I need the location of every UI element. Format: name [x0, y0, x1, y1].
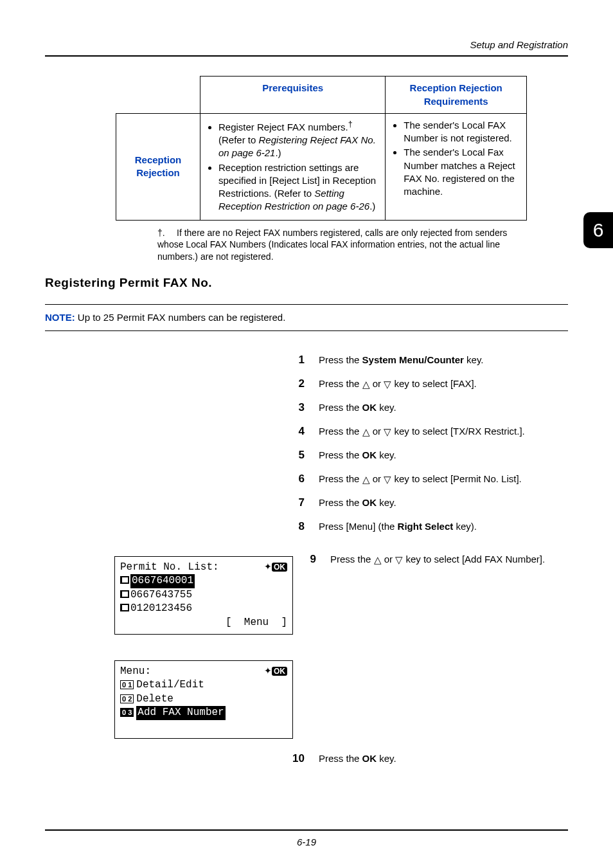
step-1: Press the System Menu/Counter key. [319, 353, 483, 368]
running-header: Setup and Registration [45, 39, 568, 51]
step-9: Press the △ or ▽ key to select [Add FAX … [330, 552, 545, 567]
col-prereq: Prerequisites [200, 77, 386, 114]
down-triangle-icon: ▽ [384, 426, 391, 439]
nav-diamond-icon: ✦ [264, 665, 271, 676]
step-7: Press the OK key. [319, 496, 396, 511]
down-triangle-icon: ▽ [384, 473, 391, 486]
up-triangle-icon: △ [362, 378, 370, 391]
lcd-menu: Menu:✦OK 0 1Detail/Edit 0 2Delete 0 3Add… [114, 660, 293, 739]
row-reception-rejection: Reception Rejection [116, 113, 200, 220]
cell-prereq: Register Reject FAX numbers.† (Refer to … [200, 113, 386, 220]
table-footnote: †.If there are no Reject FAX numbers reg… [157, 227, 517, 264]
col-req: Reception Rejection Requirements [386, 77, 527, 114]
step-4: Press the △ or ▽ key to select [TX/RX Re… [319, 424, 525, 439]
step-8: Press [Menu] (the Right Select key). [319, 520, 477, 534]
chapter-tab: 6 [583, 212, 613, 248]
note-label: NOTE: [45, 312, 75, 323]
footer-rule [45, 829, 568, 831]
header-rule [45, 55, 568, 57]
lcd-permit-list: Permit No. List:✦OK 0667640001 066764375… [114, 556, 293, 635]
nav-diamond-icon: ✦ [264, 561, 271, 572]
down-triangle-icon: ▽ [395, 554, 403, 566]
requirements-table: Prerequisites Reception Rejection Requir… [116, 76, 527, 220]
ok-icon: OK [272, 563, 287, 572]
fax-icon [120, 590, 129, 598]
steps-list: 1Press the System Menu/Counter key. 2Pre… [287, 353, 568, 534]
cell-req: The sender's Local FAX Number is not reg… [386, 113, 527, 220]
fax-icon [120, 604, 129, 611]
section-title: Registering Permit FAX No. [45, 275, 568, 291]
ok-icon: OK [272, 667, 287, 676]
down-triangle-icon: ▽ [384, 378, 391, 391]
up-triangle-icon: △ [374, 554, 382, 566]
up-triangle-icon: △ [362, 473, 370, 486]
up-triangle-icon: △ [362, 426, 370, 439]
softkey-menu: [ Menu ] [120, 616, 287, 630]
step-10: Press the OK key. [319, 752, 396, 766]
page-number: 6-19 [0, 836, 613, 849]
step-3: Press the OK key. [319, 401, 396, 415]
note-box: NOTE: Up to 25 Permit FAX numbers can be… [45, 304, 568, 331]
step-5: Press the OK key. [319, 448, 396, 463]
step-2: Press the △ or ▽ key to select [FAX]. [319, 377, 477, 392]
step-6: Press the △ or ▽ key to select [Permit N… [319, 472, 522, 487]
fax-icon [120, 576, 129, 584]
